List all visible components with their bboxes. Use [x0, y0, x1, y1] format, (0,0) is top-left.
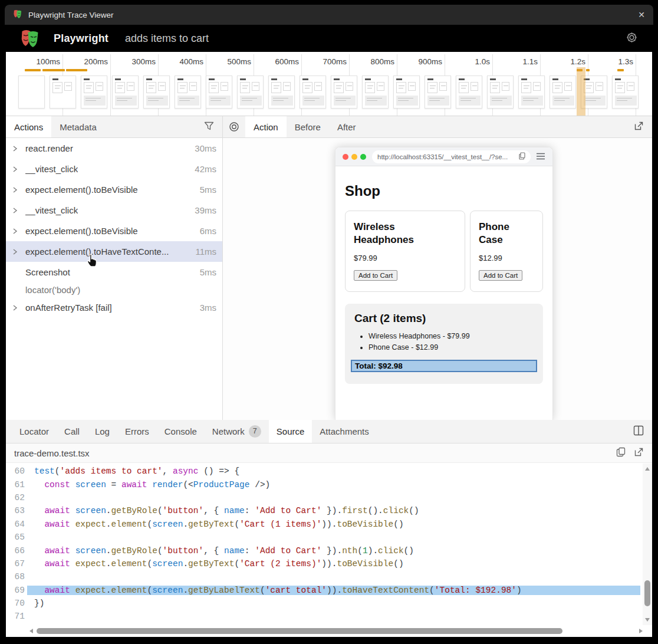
source-code[interactable]: 60test('adds items to cart', async () =>…: [6, 464, 643, 625]
thumb-product-box: [177, 82, 187, 93]
timeline-action-bar: [66, 69, 87, 71]
timeline-thumbnail[interactable]: [268, 75, 295, 109]
timeline-thumbnail[interactable]: [456, 75, 482, 109]
thumb-product-box: [52, 82, 62, 93]
timeline[interactable]: 100ms200ms300ms400ms500ms600ms700ms800ms…: [6, 52, 652, 116]
scroll-right-arrow-icon[interactable]: [639, 629, 643, 633]
url-bar[interactable]: http://localhost:63315/__vitest_test__/?…: [372, 150, 531, 163]
action-row[interactable]: __vitest_click42ms: [6, 159, 222, 179]
thumb-product-box: [314, 82, 322, 91]
vertical-scrollbar[interactable]: [643, 464, 652, 625]
horizontal-scroll-thumb[interactable]: [37, 628, 562, 634]
timeline-thumbnail[interactable]: [175, 75, 201, 109]
split-view-icon[interactable]: [633, 425, 644, 438]
scroll-up-arrow-icon[interactable]: [645, 467, 650, 471]
timeline-thumbnail[interactable]: [206, 75, 232, 109]
timeline-action-bar: [42, 69, 65, 71]
timeline-thumbnail[interactable]: [518, 75, 545, 109]
thumb-product-box: [627, 82, 634, 91]
action-row[interactable]: expect.element().toBeVisible5ms: [6, 179, 222, 200]
chevron-right-icon[interactable]: [12, 166, 25, 173]
code-text: await expect.element(screen.getByLabelTe…: [27, 586, 640, 595]
scroll-left-arrow-icon[interactable]: [29, 629, 33, 633]
chevron-right-icon[interactable]: [12, 145, 25, 152]
thumb-product-box: [221, 82, 228, 91]
tab-before[interactable]: Before: [287, 116, 329, 137]
thumb-product-box: [283, 82, 291, 91]
timeline-thumbnail[interactable]: [393, 75, 420, 109]
thumb-title-bar: [271, 78, 277, 80]
copy-url-icon[interactable]: [519, 152, 525, 161]
thumb-cart-box: [209, 96, 231, 106]
tab-after[interactable]: After: [329, 116, 364, 137]
timeline-thumbnail[interactable]: [112, 75, 139, 109]
tab-call[interactable]: Call: [57, 420, 87, 443]
tab-locator[interactable]: Locator: [12, 420, 57, 443]
code-text: await screen.getByRole('button', { name:…: [27, 506, 640, 515]
cart-heading: Cart (2 items): [354, 312, 534, 325]
action-duration: 6ms: [195, 226, 216, 236]
thumb-cart-box: [521, 96, 543, 106]
action-row[interactable]: react.render30ms: [6, 138, 222, 159]
tab-attachments[interactable]: Attachments: [312, 420, 376, 443]
timeline-thumbnail[interactable]: [362, 75, 389, 109]
chevron-right-icon[interactable]: [12, 228, 25, 235]
chevron-right-icon[interactable]: [12, 248, 25, 255]
thumb-cart-box: [552, 96, 574, 106]
scroll-down-arrow-icon[interactable]: [645, 618, 650, 622]
settings-gear-icon[interactable]: [626, 31, 638, 46]
tab-actions[interactable]: Actions: [6, 116, 51, 137]
action-duration: 5ms: [195, 185, 216, 195]
vertical-scroll-thumb[interactable]: [644, 580, 650, 606]
timeline-thumbnail[interactable]: [81, 75, 107, 109]
window-close-button[interactable]: ✕: [638, 10, 645, 19]
chevron-right-icon[interactable]: [12, 304, 25, 311]
browser-menu-icon[interactable]: [536, 152, 545, 162]
thumb-product-box: [596, 82, 603, 91]
timeline-thumbnail[interactable]: [50, 75, 76, 109]
action-row[interactable]: expect.element().toBeVisible6ms: [6, 221, 222, 241]
open-source-external-icon[interactable]: [634, 447, 644, 459]
snapshot-tabbar: ActionBeforeAfter: [223, 116, 652, 138]
timeline-thumbnail[interactable]: [425, 75, 451, 109]
action-row[interactable]: onAfterRetryTask [fail]3ms: [6, 297, 222, 318]
tab-source[interactable]: Source: [269, 420, 312, 443]
tab-log[interactable]: Log: [87, 420, 117, 443]
timeline-thumbnail[interactable]: [237, 75, 264, 109]
timeline-thumbnail[interactable]: [300, 75, 326, 109]
pick-locator-target-icon[interactable]: [223, 116, 245, 137]
timeline-thumbnail[interactable]: [612, 75, 639, 109]
timeline-thumbnail[interactable]: [18, 75, 45, 109]
tab-label: Console: [164, 426, 197, 436]
timeline-thumbnail[interactable]: [487, 75, 514, 109]
code-line: 62: [6, 491, 643, 504]
horizontal-scrollbar[interactable]: [29, 627, 643, 635]
tab-metadata[interactable]: Metadata: [51, 116, 105, 137]
action-label: react.render: [25, 143, 73, 153]
snapshot-panel: ActionBeforeAfter http://localhost:63315…: [223, 116, 652, 420]
filter-icon[interactable]: [204, 121, 214, 133]
cart-total-highlighted: Total: $92.98: [351, 360, 537, 372]
open-snapshot-external-icon[interactable]: [634, 121, 644, 133]
thumb-product-box: [459, 82, 469, 93]
chevron-right-icon[interactable]: [12, 207, 25, 214]
action-label: expect.element().toBeVisible: [25, 185, 138, 195]
timeline-thumbnail[interactable]: [550, 75, 576, 109]
thumb-product-box: [302, 82, 312, 93]
add-to-cart-button[interactable]: Add to Cart: [479, 270, 522, 281]
timeline-thumbnail[interactable]: [143, 75, 170, 109]
timeline-tick-label: 500ms: [206, 57, 251, 66]
action-row[interactable]: __vitest_click39ms: [6, 200, 222, 221]
thumb-product-box: [552, 82, 562, 93]
tab-network[interactable]: Network7: [205, 420, 269, 443]
copy-source-icon[interactable]: [616, 447, 626, 459]
action-row[interactable]: expect.element().toHaveTextConte...11ms: [6, 241, 222, 262]
chevron-right-icon[interactable]: [12, 186, 25, 193]
add-to-cart-button[interactable]: Add to Cart: [354, 270, 397, 281]
tab-errors[interactable]: Errors: [117, 420, 157, 443]
action-row[interactable]: Screenshot5ms: [6, 262, 222, 282]
thumb-title-bar: [302, 78, 308, 80]
tab-action[interactable]: Action: [245, 116, 287, 137]
tab-console[interactable]: Console: [157, 420, 205, 443]
timeline-thumbnail[interactable]: [331, 75, 357, 109]
